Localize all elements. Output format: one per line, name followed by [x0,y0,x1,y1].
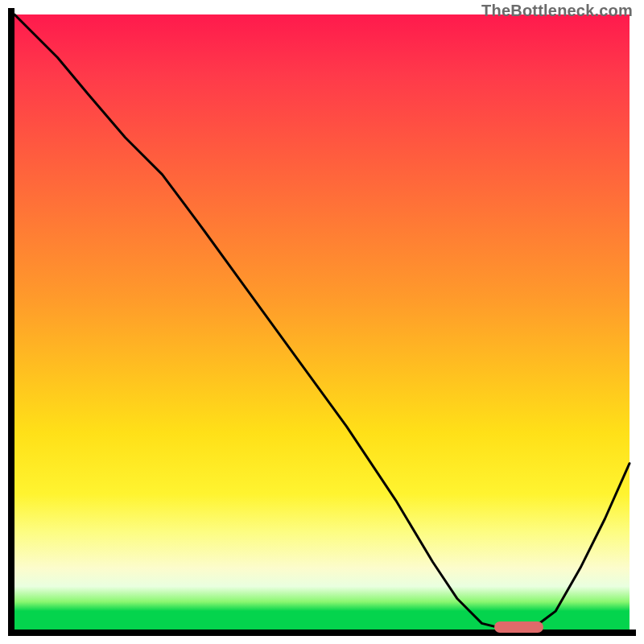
optimal-range-marker [494,621,543,633]
y-axis [8,8,14,636]
heat-gradient-background [14,14,630,630]
watermark-text: TheBottleneck.com [481,2,633,20]
chart-canvas: TheBottleneck.com [0,0,644,644]
